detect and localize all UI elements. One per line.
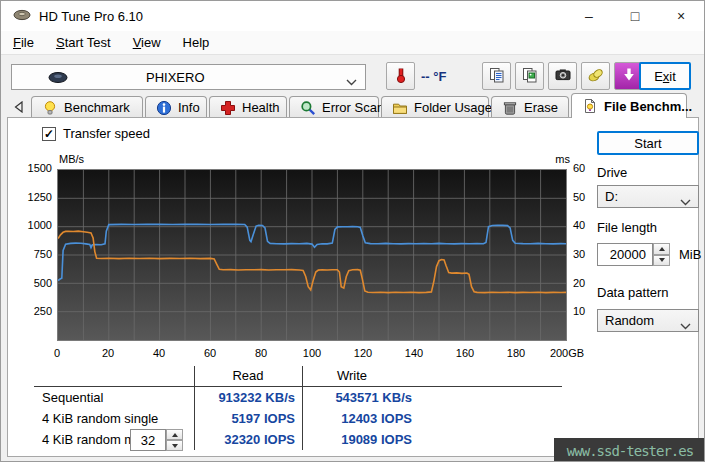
- queue-depth-input[interactable]: 32: [130, 429, 166, 451]
- queue-depth-down-button[interactable]: [166, 440, 183, 451]
- tab-benchmark[interactable]: Benchmark: [31, 96, 143, 118]
- transfer-speed-label: Transfer speed: [63, 126, 150, 141]
- tab-error-scan[interactable]: Error Scan: [289, 96, 379, 118]
- drive-label: Drive: [597, 165, 627, 180]
- tab-label: File Benchm...: [604, 99, 692, 114]
- file-length-down-button[interactable]: [653, 255, 670, 267]
- thermometer-icon: [393, 66, 409, 87]
- data-pattern-label: Data pattern: [597, 285, 669, 300]
- file-length-unit: MiB: [679, 247, 701, 262]
- drive-selector-value: PHIXERO: [146, 70, 205, 85]
- write-value: 19089 IOPS: [302, 432, 412, 447]
- drive-dropdown-value: D:: [605, 189, 618, 204]
- maximize-button[interactable]: □: [612, 1, 658, 31]
- save-button[interactable]: [581, 62, 610, 90]
- tab-health[interactable]: Health: [209, 96, 287, 118]
- hand-icon: [587, 66, 605, 87]
- chevron-down-icon: [680, 194, 691, 209]
- file-length-input[interactable]: 20000: [597, 243, 653, 266]
- drive-selector-dropdown[interactable]: PHIXERO: [11, 64, 366, 90]
- y-left-tick: 500: [8, 277, 52, 289]
- x-axis-tick: 200GB: [537, 347, 597, 359]
- camera-icon: [554, 66, 572, 87]
- screenshot-button[interactable]: [548, 62, 577, 90]
- transfer-speed-option: ✓ Transfer speed: [42, 126, 150, 141]
- file-length-control: 20000 MiB: [597, 243, 701, 266]
- exit-button[interactable]: Exit: [639, 62, 691, 90]
- temperature-readout: -- °F: [421, 69, 446, 84]
- y-left-axis-unit: MB/s: [59, 153, 84, 165]
- y-left-tick: 750: [8, 248, 52, 260]
- copy-image-button[interactable]: [515, 62, 544, 90]
- read-value: 5197 IOPS: [194, 411, 295, 426]
- app-window: HD Tune Pro 6.10 – □ × FileStart TestVie…: [0, 0, 705, 462]
- close-button[interactable]: ×: [658, 1, 704, 31]
- menu-item-help[interactable]: Help: [173, 32, 220, 53]
- y-left-tick: 1250: [8, 191, 52, 203]
- data-pattern-dropdown[interactable]: Random: [597, 309, 699, 332]
- menu-item-start-test[interactable]: Start Test: [46, 32, 121, 53]
- queue-depth-control: 32: [130, 429, 183, 451]
- copy-text-button[interactable]: [482, 62, 511, 90]
- chevron-down-icon: [680, 318, 691, 333]
- write-value: 12403 IOPS: [302, 411, 412, 426]
- tab-label: Folder Usage: [414, 100, 492, 115]
- tab-label: Error Scan: [322, 100, 384, 115]
- tab-scroll-left-button[interactable]: [10, 97, 27, 116]
- title-bar: HD Tune Pro 6.10 – □ ×: [1, 1, 704, 31]
- tab-file-benchm[interactable]: File Benchm...: [571, 93, 687, 118]
- arrow-down-icon: [659, 258, 665, 262]
- table-divider: [34, 386, 562, 387]
- result-row-label: Sequential: [42, 390, 103, 405]
- file-benchmark-page: ✓ Transfer speed MB/s ms 150012501000750…: [7, 117, 699, 457]
- data-pattern-value: Random: [605, 313, 654, 328]
- tab-label: Info: [178, 100, 200, 115]
- arrow-down-icon: [172, 444, 178, 448]
- read-column-header: Read: [194, 368, 302, 383]
- tab-erase[interactable]: Erase: [491, 96, 569, 118]
- start-button[interactable]: Start: [597, 131, 699, 155]
- menu-item-view[interactable]: View: [123, 32, 171, 53]
- menu-bar: FileStart TestViewHelp: [1, 31, 704, 54]
- arrow-up-icon: [659, 247, 665, 251]
- queue-depth-up-button[interactable]: [166, 429, 183, 440]
- tab-label: Benchmark: [64, 100, 130, 115]
- file-length-label: File length: [597, 220, 657, 235]
- window-title: HD Tune Pro 6.10: [39, 9, 143, 24]
- drive-dropdown[interactable]: D:: [597, 185, 699, 208]
- read-value: 913232 KB/s: [194, 390, 295, 405]
- folder-icon: [392, 100, 408, 116]
- tab-strip: BenchmarkInfoHealthError ScanFolder Usag…: [1, 93, 704, 118]
- arrow-up-icon: [172, 433, 178, 437]
- copy-text-icon: [488, 66, 506, 87]
- watermark: www.ssd-tester.es: [554, 438, 705, 462]
- toolbar: PHIXERO -- °F Exit: [1, 54, 704, 93]
- y-left-tick: 250: [8, 305, 52, 317]
- transfer-speed-chart: [57, 169, 567, 341]
- y-right-axis-unit: ms: [546, 153, 570, 165]
- info-icon: [156, 100, 172, 116]
- copy-image-icon: [521, 66, 539, 87]
- download-icon: [620, 66, 638, 87]
- bulb-icon: [42, 100, 58, 116]
- tab-folder-usage[interactable]: Folder Usage: [381, 96, 489, 118]
- minimize-button[interactable]: –: [566, 1, 612, 31]
- disk-icon: [48, 71, 68, 84]
- file-length-up-button[interactable]: [653, 243, 670, 255]
- chevron-down-icon: [346, 74, 357, 89]
- y-left-tick: 1000: [8, 219, 52, 231]
- result-row-label: 4 KiB random single: [42, 411, 158, 426]
- write-value: 543571 KB/s: [302, 390, 412, 405]
- transfer-speed-checkbox[interactable]: ✓: [42, 127, 56, 141]
- read-value: 32320 IOPS: [194, 432, 295, 447]
- health-icon: [220, 100, 236, 116]
- y-left-tick: 1500: [8, 162, 52, 174]
- tab-info[interactable]: Info: [145, 96, 207, 118]
- menu-item-file[interactable]: File: [3, 32, 44, 53]
- file-bulb-icon: [582, 98, 598, 114]
- app-icon: [13, 9, 31, 23]
- write-column-header: Write: [302, 368, 402, 383]
- temperature-button[interactable]: [386, 62, 415, 90]
- magnifier-icon: [300, 100, 316, 116]
- tab-label: Erase: [524, 100, 558, 115]
